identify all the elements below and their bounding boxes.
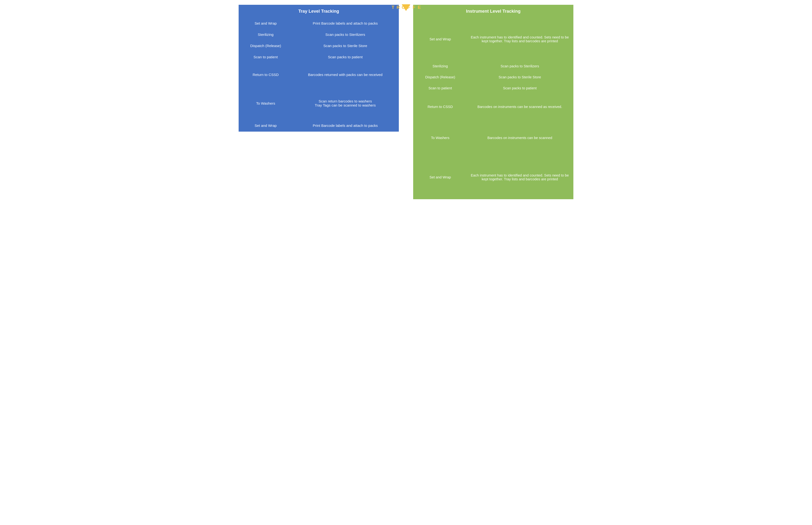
effort-arrowhead	[402, 4, 410, 11]
left-table: Tray Level Tracking Set and WrapPrint Ba…	[238, 5, 399, 132]
left-label-3: Scan to patient	[239, 51, 292, 63]
right-label-1: Sterilizing	[414, 61, 467, 72]
left-label-2: Dispatch (Release)	[239, 40, 292, 51]
left-desc-3: Scan packs to patient	[292, 51, 398, 63]
right-table: Instrument Level Tracking Set and WrapEa…	[413, 5, 574, 199]
left-desc-2: Scan packs to Sterile Store	[292, 40, 398, 51]
left-desc-6: Print Barcode labels and attach to packs	[292, 120, 398, 131]
right-label-2: Dispatch (Release)	[414, 72, 467, 82]
right-label-6: Set and Wrap	[414, 156, 467, 199]
right-desc-5: Barcodes on instruments can be scanned	[467, 120, 573, 156]
effort-arrow: EFFORT	[399, 5, 413, 11]
left-header: Tray Level Tracking	[239, 5, 398, 18]
left-label-0: Set and Wrap	[239, 18, 292, 29]
right-desc-1: Scan packs to Sterilizers	[467, 61, 573, 72]
left-label-1: Sterilizing	[239, 29, 292, 40]
right-label-0: Set and Wrap	[414, 18, 467, 61]
right-grid: Set and WrapEach instrument has to ident…	[414, 18, 573, 199]
left-label-6: Set and Wrap	[239, 120, 292, 131]
right-label-3: Scan to patient	[414, 82, 467, 94]
left-label-5: To Washers	[239, 87, 292, 120]
right-label-4: Return to CSSD	[414, 94, 467, 120]
left-desc-4: Barcodes returned with packs can be rece…	[292, 63, 398, 87]
right-desc-4: Barcodes on instruments can be scanned a…	[467, 94, 573, 120]
left-desc-5: Scan return barcodes to washersTray Tags…	[292, 87, 398, 120]
right-desc-0: Each instrument has to identified and co…	[467, 18, 573, 61]
right-desc-2: Scan packs to Sterile Store	[467, 72, 573, 82]
left-grid: Set and WrapPrint Barcode labels and att…	[239, 18, 398, 131]
right-label-5: To Washers	[414, 120, 467, 156]
left-label-4: Return to CSSD	[239, 63, 292, 87]
left-desc-0: Print Barcode labels and attach to packs	[292, 18, 398, 29]
left-desc-1: Scan packs to Sterilizers	[292, 29, 398, 40]
page-wrapper: Tray Level Tracking Set and WrapPrint Ba…	[238, 5, 574, 199]
right-desc-3: Scan packs to patient	[467, 82, 573, 94]
right-header: Instrument Level Tracking	[414, 5, 573, 18]
right-desc-6: Each instrument has to identified and co…	[467, 156, 573, 199]
